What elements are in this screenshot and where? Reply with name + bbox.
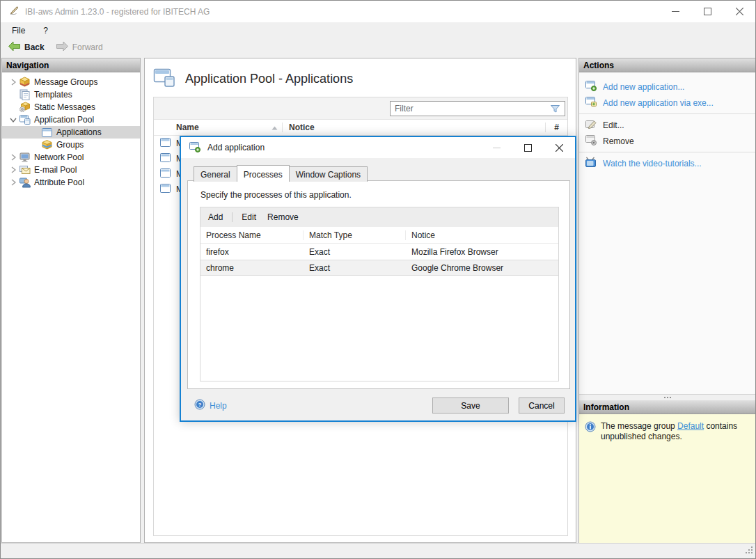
app-icon [8, 5, 19, 19]
action-watch-video-tutorials[interactable]: Watch the video-tutorials... [579, 155, 755, 171]
chevron-right-icon[interactable] [8, 179, 19, 186]
information-body: The message group Default contains unpub… [579, 414, 755, 543]
add-application-dialog: Add application General Processes Window… [180, 136, 576, 422]
menu-bar: File ? [1, 22, 755, 38]
filter-funnel-icon[interactable] [546, 104, 565, 113]
column-header-match-type[interactable]: Match Type [304, 230, 406, 240]
chevron-right-icon[interactable] [8, 79, 19, 86]
help-icon: ? [194, 399, 205, 412]
table-header: Name Notice # [154, 120, 567, 136]
right-panel: Actions Add new application... Add new a… [578, 58, 756, 543]
minimize-icon[interactable] [659, 1, 691, 22]
resize-grip-icon[interactable] [745, 546, 753, 556]
filter-input[interactable] [391, 102, 546, 115]
dialog-title: Add application [207, 143, 265, 152]
add-application-dialog-icon [189, 141, 201, 155]
svg-text:?: ? [198, 402, 202, 408]
network-pool-icon [19, 152, 31, 163]
cancel-button[interactable]: Cancel [519, 397, 565, 414]
templates-icon [19, 89, 31, 100]
processes-description: Specify the processes of this applicatio… [200, 190, 352, 200]
email-pool-icon [19, 164, 31, 175]
navigation-panel: Navigation Message Groups Templates Stat… [1, 58, 141, 543]
sidebar-item-network-pool[interactable]: Network Pool [2, 151, 140, 164]
panel-splitter-handle[interactable] [579, 394, 755, 400]
information-message: The message group Default contains unpub… [601, 421, 743, 536]
sort-ascending-icon [271, 123, 278, 132]
app-window: IBI-aws Admin 1.23.0 - registered for IB… [0, 0, 756, 559]
navigation-tree: Message Groups Templates Static Messages… [2, 72, 140, 189]
sidebar-item-groups[interactable]: Groups [2, 139, 140, 151]
sidebar-item-attribute-pool[interactable]: Attribute Pool [2, 176, 140, 189]
title-bar: IBI-aws Admin 1.23.0 - registered for IB… [1, 1, 755, 22]
window-title: IBI-aws Admin 1.23.0 - registered for IB… [25, 7, 210, 17]
forward-arrow-icon [56, 41, 69, 54]
action-edit[interactable]: Edit... [579, 117, 755, 133]
page-title: Application Pool - Applications [185, 72, 353, 86]
chevron-right-icon[interactable] [8, 166, 19, 173]
action-add-new-application[interactable]: Add new application... [579, 79, 755, 95]
remove-application-icon [585, 134, 597, 148]
sidebar-item-email-pool[interactable]: E-mail Pool [2, 164, 140, 176]
groups-icon [41, 139, 53, 150]
application-window-icon [159, 137, 171, 150]
message-groups-icon [19, 77, 31, 88]
applications-icon [41, 127, 53, 138]
process-row-chrome[interactable]: chrome Exact Google Chrome Browser [200, 260, 558, 276]
forward-button[interactable]: Forward [52, 40, 107, 55]
column-header-name[interactable]: Name [176, 123, 283, 132]
tab-processes[interactable]: Processes [237, 165, 290, 182]
column-header-notice[interactable]: Notice [406, 230, 558, 240]
menu-help[interactable]: ? [36, 24, 55, 38]
save-button[interactable]: Save [432, 397, 509, 414]
dialog-footer: ? Help Save Cancel [181, 391, 575, 420]
actions-separator [579, 113, 755, 114]
nav-toolbar: Back Forward [1, 38, 755, 56]
help-link[interactable]: ? Help [194, 399, 227, 412]
sidebar-item-applications[interactable]: Applications [2, 126, 140, 139]
actions-body: Add new application... Add new applicati… [579, 72, 755, 394]
video-tutorials-icon [585, 157, 597, 170]
sidebar-item-message-groups[interactable]: Message Groups [2, 76, 140, 88]
action-remove[interactable]: Remove [579, 133, 755, 149]
process-edit-button[interactable]: Edit [239, 211, 258, 223]
application-pool-icon [19, 114, 31, 125]
back-button[interactable]: Back [3, 40, 49, 55]
sidebar-item-static-messages[interactable]: Static Messages [2, 101, 140, 113]
action-add-new-application-via-exe[interactable]: Add new application via exe... [579, 95, 755, 111]
process-row-firefox[interactable]: firefox Exact Mozilla Firefox Browser [200, 244, 558, 260]
application-window-icon [159, 152, 171, 165]
dialog-tabs: General Processes Window Captions [194, 165, 367, 182]
actions-separator [579, 152, 755, 152]
back-arrow-icon [8, 41, 21, 54]
chevron-right-icon[interactable] [8, 154, 19, 161]
filter-strip [154, 97, 567, 120]
sidebar-item-templates[interactable]: Templates [2, 88, 140, 101]
filter-field [390, 101, 565, 116]
process-remove-button[interactable]: Remove [265, 211, 301, 223]
menu-file[interactable]: File [5, 24, 32, 38]
attribute-pool-icon [19, 177, 31, 188]
application-pool-large-icon [153, 68, 175, 90]
edit-pencil-icon [585, 118, 597, 132]
chevron-down-icon[interactable] [8, 118, 19, 123]
default-message-group-link[interactable]: Default [677, 421, 704, 431]
information-header: Information [579, 400, 755, 414]
column-header-notice[interactable]: Notice [283, 123, 546, 132]
tab-general[interactable]: General [194, 166, 237, 182]
dialog-close-icon[interactable] [544, 137, 575, 158]
process-add-button[interactable]: Add [206, 211, 225, 223]
maximize-icon[interactable] [691, 1, 723, 22]
dialog-maximize-icon[interactable] [512, 137, 544, 158]
process-table-header: Process Name Match Type Notice [200, 227, 558, 244]
column-header-process-name[interactable]: Process Name [200, 230, 304, 240]
processes-tab-panel: Specify the processes of this applicatio… [187, 180, 570, 389]
tab-window-captions[interactable]: Window Captions [289, 166, 368, 182]
column-header-count[interactable]: # [546, 123, 567, 132]
add-application-icon [585, 80, 597, 93]
add-application-exe-icon [585, 96, 597, 109]
processes-table-group: Add Edit Remove Process Name Match Type … [200, 207, 559, 381]
close-icon[interactable] [723, 1, 755, 22]
dialog-title-bar: Add application [181, 137, 575, 158]
sidebar-item-application-pool[interactable]: Application Pool [2, 113, 140, 126]
